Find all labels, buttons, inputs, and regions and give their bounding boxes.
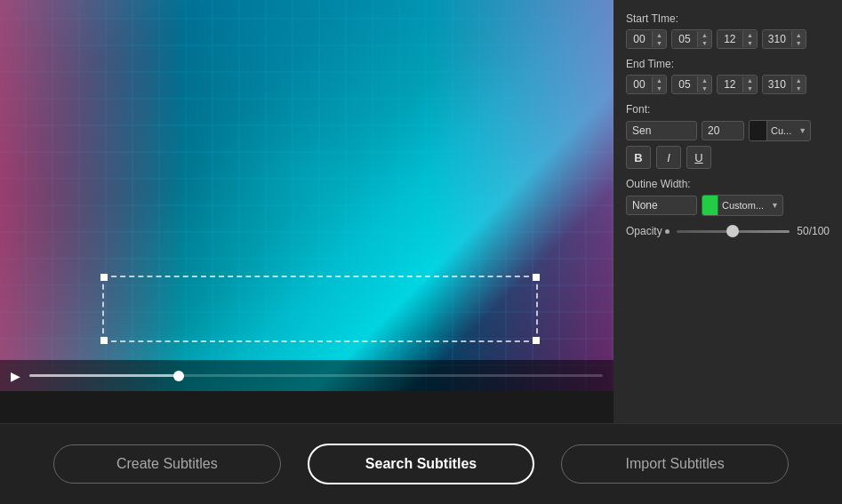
opacity-thumb[interactable] [726, 225, 739, 237]
outline-color-picker[interactable]: Custom... ▼ [702, 195, 783, 216]
outline-color-swatch [702, 196, 718, 215]
end-minutes-spinner[interactable]: 05 ▲ ▼ [671, 75, 712, 94]
start-minutes-value: 05 [672, 30, 697, 48]
properties-panel: Start TIme: 00 ▲ ▼ 05 ▲ ▼ [613, 0, 842, 423]
opacity-value: 50/100 [797, 225, 830, 237]
opacity-group: Opacity 50/100 [626, 225, 830, 237]
start-ms-up[interactable]: ▲ [792, 31, 806, 39]
start-hours-value: 00 [627, 30, 652, 48]
end-ms-down[interactable]: ▼ [792, 84, 806, 92]
start-time-label: Start TIme: [626, 12, 830, 25]
end-seconds-up[interactable]: ▲ [743, 76, 757, 84]
outline-color-label: Custom... [718, 200, 767, 211]
end-hours-spinner[interactable]: 00 ▲ ▼ [626, 75, 667, 94]
italic-button[interactable]: I [656, 146, 681, 169]
font-family-select[interactable]: Sen Arial Helvetica [626, 121, 697, 140]
start-hours-up[interactable]: ▲ [653, 31, 666, 39]
opacity-slider[interactable] [677, 230, 790, 233]
outline-group: Outine Width: None 1px 2px 3px Custom...… [626, 178, 830, 216]
font-color-picker[interactable]: Cu... ▼ [749, 120, 811, 141]
end-hours-down[interactable]: ▼ [653, 84, 666, 92]
opacity-dot-icon [665, 229, 670, 234]
video-controls: ▶ [0, 360, 613, 391]
end-time-group: End Time: 00 ▲ ▼ 05 ▲ ▼ 12 [626, 58, 830, 94]
end-minutes-down[interactable]: ▼ [698, 84, 711, 92]
end-time-label: End Time: [626, 58, 830, 70]
video-player: ▶ [0, 0, 613, 391]
bottom-bar: Create Subtitles Search Subtitles Import… [0, 424, 842, 504]
end-seconds-spinner[interactable]: 12 ▲ ▼ [717, 75, 758, 94]
bold-button[interactable]: B [626, 146, 651, 169]
font-group: Font: Sen Arial Helvetica 20 16 24 32 Cu… [626, 103, 830, 169]
end-seconds-down[interactable]: ▼ [743, 84, 757, 92]
start-ms-value: 310 [763, 30, 791, 48]
start-hours-down[interactable]: ▼ [653, 39, 666, 47]
start-seconds-down[interactable]: ▼ [743, 39, 757, 47]
start-minutes-spinner[interactable]: 05 ▲ ▼ [671, 29, 712, 49]
end-ms-value: 310 [763, 76, 791, 93]
outline-dropdown-icon[interactable]: ▼ [767, 201, 782, 210]
outline-row: None 1px 2px 3px Custom... ▼ [626, 195, 830, 216]
outline-label: Outine Width: [626, 178, 830, 190]
font-size-select[interactable]: 20 16 24 32 [702, 121, 744, 140]
end-ms-up[interactable]: ▲ [792, 76, 806, 84]
font-color-swatch [750, 121, 767, 140]
import-subtitles-button[interactable]: Import Subtitles [561, 444, 789, 484]
start-seconds-up[interactable]: ▲ [743, 31, 757, 39]
format-row: B I U [626, 146, 830, 169]
start-time-row: 00 ▲ ▼ 05 ▲ ▼ 12 ▲ [626, 29, 830, 49]
start-hours-spinner[interactable]: 00 ▲ ▼ [626, 29, 667, 49]
opacity-slider-wrap [677, 230, 790, 233]
start-minutes-down[interactable]: ▼ [698, 39, 711, 47]
end-hours-up[interactable]: ▲ [653, 76, 666, 84]
search-subtitles-button[interactable]: Search Subtitles [308, 444, 535, 484]
subtitle-box[interactable] [102, 276, 538, 342]
opacity-row: Opacity 50/100 [626, 225, 830, 237]
start-seconds-spinner[interactable]: 12 ▲ ▼ [717, 29, 758, 49]
end-minutes-value: 05 [672, 76, 697, 93]
start-minutes-up[interactable]: ▲ [698, 31, 711, 39]
outline-select[interactable]: None 1px 2px 3px [626, 196, 697, 215]
end-ms-spinner[interactable]: 310 ▲ ▼ [762, 75, 806, 94]
end-time-row: 00 ▲ ▼ 05 ▲ ▼ 12 ▲ [626, 75, 830, 94]
timeline[interactable] [29, 374, 603, 377]
end-hours-value: 00 [627, 76, 652, 93]
start-seconds-value: 12 [718, 30, 742, 48]
font-color-label: Cu... [767, 125, 795, 136]
font-row: Sen Arial Helvetica 20 16 24 32 Cu... ▼ [626, 120, 830, 141]
start-ms-down[interactable]: ▼ [792, 39, 806, 47]
font-label: Font: [626, 103, 830, 116]
start-time-group: Start TIme: 00 ▲ ▼ 05 ▲ ▼ [626, 12, 830, 49]
create-subtitles-button[interactable]: Create Subtitles [53, 444, 281, 484]
underline-button[interactable]: U [686, 146, 711, 169]
font-color-dropdown-icon[interactable]: ▼ [795, 126, 810, 135]
end-minutes-up[interactable]: ▲ [698, 76, 711, 84]
play-button[interactable]: ▶ [11, 369, 20, 383]
start-ms-spinner[interactable]: 310 ▲ ▼ [762, 29, 806, 49]
opacity-label: Opacity [626, 225, 670, 237]
end-seconds-value: 12 [718, 76, 742, 93]
